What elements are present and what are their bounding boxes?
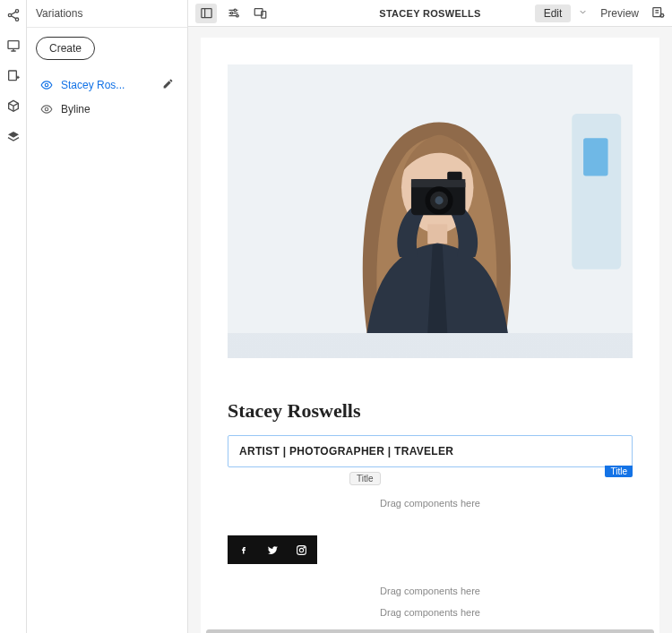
screen-icon[interactable] xyxy=(5,38,22,54)
svg-rect-17 xyxy=(583,138,607,175)
chevron-down-icon[interactable] xyxy=(578,7,588,20)
page-title: STACEY ROSWELLS xyxy=(379,8,481,19)
horizontal-scrollbar[interactable] xyxy=(206,629,654,633)
svg-point-29 xyxy=(299,548,303,552)
svg-point-14 xyxy=(660,13,664,17)
main-area: STACEY ROSWELLS Edit Preview xyxy=(188,0,672,633)
devices-icon[interactable] xyxy=(249,4,271,23)
left-icon-rail xyxy=(0,0,27,633)
svg-point-1 xyxy=(8,13,11,16)
drop-zone[interactable]: Drag components here xyxy=(228,603,633,621)
svg-point-26 xyxy=(435,196,443,204)
layout-panel-icon[interactable] xyxy=(195,4,217,23)
svg-rect-27 xyxy=(447,172,461,180)
layers-icon[interactable] xyxy=(5,129,22,145)
drop-zone[interactable]: Drag components here xyxy=(228,494,633,512)
social-bar[interactable] xyxy=(228,535,317,564)
edit-icon[interactable] xyxy=(162,78,177,92)
svg-rect-19 xyxy=(427,224,447,244)
svg-point-0 xyxy=(15,10,18,13)
svg-point-10 xyxy=(236,14,238,17)
cube-icon[interactable] xyxy=(5,98,22,115)
variation-item-stacey[interactable]: Stacey Ros... xyxy=(36,73,178,98)
sliders-icon[interactable] xyxy=(222,4,244,23)
visibility-icon[interactable] xyxy=(38,103,56,115)
properties-icon[interactable] xyxy=(651,5,665,21)
svg-point-5 xyxy=(45,83,48,87)
instagram-icon[interactable] xyxy=(294,543,308,557)
svg-point-6 xyxy=(45,107,48,111)
svg-rect-16 xyxy=(572,114,621,269)
svg-point-2 xyxy=(15,18,18,21)
drop-zone[interactable]: Drag components here xyxy=(228,582,633,600)
variations-panel: Variations Create Stacey Ros... xyxy=(27,0,188,633)
facebook-icon[interactable] xyxy=(237,543,251,557)
editor-canvas: Stacey Roswells ARTIST | PHOTOGRAPHER | … xyxy=(188,27,672,633)
page-add-icon[interactable] xyxy=(5,68,22,84)
svg-rect-7 xyxy=(201,9,211,18)
share-icon[interactable] xyxy=(5,7,22,23)
svg-point-30 xyxy=(303,546,304,547)
hero-image[interactable] xyxy=(228,64,633,358)
title-chip[interactable]: Title xyxy=(349,472,381,485)
variation-label: Byline xyxy=(61,103,177,115)
variations-list: Stacey Ros... Byline xyxy=(36,73,178,121)
create-button[interactable]: Create xyxy=(36,37,95,60)
svg-point-9 xyxy=(230,12,233,14)
top-toolbar: STACEY ROSWELLS Edit Preview xyxy=(188,0,672,27)
page-frame: Stacey Roswells ARTIST | PHOTOGRAPHER | … xyxy=(201,38,659,633)
svg-rect-23 xyxy=(411,179,465,187)
content-heading[interactable]: Stacey Roswells xyxy=(228,399,633,423)
title-component[interactable]: ARTIST | PHOTOGRAPHER | TRAVELER Title T… xyxy=(228,435,633,467)
edit-mode-button[interactable]: Edit xyxy=(535,4,572,22)
component-type-badge[interactable]: Title xyxy=(605,466,633,477)
variations-header: Variations xyxy=(27,0,187,28)
visibility-icon[interactable] xyxy=(38,79,56,91)
title-text: ARTIST | PHOTOGRAPHER | TRAVELER xyxy=(239,445,621,458)
svg-rect-4 xyxy=(8,71,16,81)
preview-button[interactable]: Preview xyxy=(595,4,644,22)
variation-item-byline[interactable]: Byline xyxy=(36,98,178,121)
twitter-icon[interactable] xyxy=(265,543,280,557)
variation-label: Stacey Ros... xyxy=(61,79,162,91)
svg-rect-3 xyxy=(8,41,19,49)
svg-point-8 xyxy=(234,9,237,12)
